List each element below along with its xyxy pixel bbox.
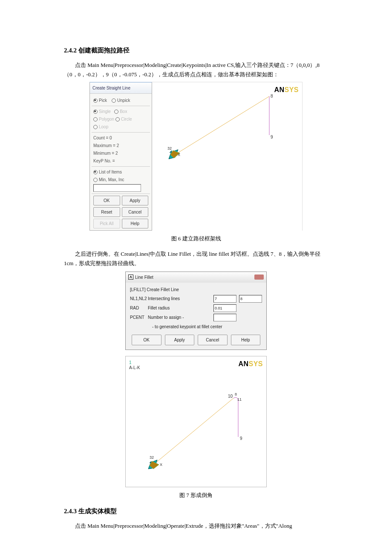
fillet-help-button[interactable]: Help bbox=[231, 335, 261, 345]
keyp-row: KeyP No. = bbox=[93, 157, 148, 165]
radio-pick[interactable] bbox=[93, 98, 98, 103]
kp-9: 9 bbox=[271, 133, 273, 141]
ansys-logo: ANSYS bbox=[238, 358, 263, 370]
heading-243: 2.4.3 生成实体模型 bbox=[64, 506, 328, 517]
graphics-canvas-6: ANSYS 8 9 32 X bbox=[152, 82, 303, 231]
fillet-apply-button[interactable]: Apply bbox=[165, 335, 195, 345]
pcent-label: PCENT bbox=[130, 314, 148, 321]
create-line-dialog: Create Straight Line Pick Unpick Single … bbox=[89, 82, 152, 231]
apply-button[interactable]: Apply bbox=[122, 196, 149, 205]
para-242-2: 之后进行倒角。在 Create|Lines|中点取 Line Fillet，出现… bbox=[64, 249, 328, 268]
radio-list-items[interactable] bbox=[93, 170, 98, 174]
kp-32: 32 bbox=[150, 454, 154, 461]
rad-text: Fillet radius bbox=[148, 304, 213, 312]
dialog-title: Create Straight Line bbox=[90, 83, 152, 94]
heading-242: 2.4.2 创建截面拖拉路径 bbox=[64, 45, 328, 56]
svg-line-0 bbox=[177, 96, 269, 153]
pick-row: Pick Unpick bbox=[93, 97, 148, 104]
ansys-logo: ANSYS bbox=[274, 84, 299, 95]
radio-minmax[interactable] bbox=[93, 178, 98, 182]
close-icon[interactable] bbox=[254, 275, 264, 280]
radio-polygon bbox=[93, 117, 98, 121]
fillet-titlebar: Λ Line Fillet bbox=[126, 272, 266, 283]
fillet-title: Line Fillet bbox=[135, 274, 153, 281]
kp-8: 8 bbox=[235, 391, 237, 398]
max-row: Maximum = 2 bbox=[93, 142, 148, 149]
help-button[interactable]: Help bbox=[122, 219, 149, 228]
app-icon: Λ bbox=[128, 275, 133, 280]
radio-unpick[interactable] bbox=[112, 98, 116, 103]
cancel-button[interactable]: Cancel bbox=[122, 207, 149, 217]
min-row: Minimum = 2 bbox=[93, 150, 148, 157]
rad-input[interactable]: 0.01 bbox=[213, 304, 236, 312]
pcent-note: - to generated keypoint at fillet center bbox=[152, 323, 262, 330]
radio-loop bbox=[93, 125, 98, 129]
nl2-input[interactable]: 8 bbox=[239, 295, 262, 303]
label-alk: A-L-K bbox=[129, 364, 140, 371]
ok-button[interactable]: OK bbox=[93, 196, 120, 205]
fillet-ok-button[interactable]: OK bbox=[132, 335, 161, 345]
fillet-header: [LFILLT] Create Fillet Line bbox=[130, 286, 262, 293]
axis-x: X bbox=[178, 152, 180, 158]
figure-6-caption: 图 6 建立路径框架线 bbox=[64, 234, 328, 243]
rad-label: RAD bbox=[130, 304, 148, 312]
figure-7: ANSYS 1 A-L-K 10 8 11 9 32 X bbox=[125, 356, 267, 487]
reset-button[interactable]: Reset bbox=[93, 207, 120, 217]
selection-input[interactable] bbox=[93, 184, 141, 192]
kp-9: 9 bbox=[240, 435, 242, 442]
pick-all-button: Pick All bbox=[93, 219, 120, 228]
count-row: Count = 0 bbox=[93, 134, 148, 142]
nl-text: Intersecting lines bbox=[148, 295, 213, 302]
para-242-1: 点击 Main Menu|Preprocessor|Modeling|Creat… bbox=[64, 61, 328, 79]
svg-line-4 bbox=[156, 398, 233, 463]
pcent-input[interactable] bbox=[213, 314, 236, 321]
pcent-text: Number to assign - bbox=[148, 314, 213, 321]
radio-circle bbox=[115, 117, 120, 121]
figure-7-caption: 图 7 形成倒角 bbox=[64, 491, 328, 500]
canvas-svg bbox=[152, 82, 302, 206]
radio-box bbox=[114, 110, 118, 114]
canvas-7-svg bbox=[126, 356, 266, 487]
para-243-1: 点击 Main Menu|Preprocessor|Modeling|Opera… bbox=[64, 521, 328, 531]
nl-label: NL1,NL2 bbox=[130, 295, 148, 302]
kp-8: 8 bbox=[271, 92, 273, 100]
kp-11: 11 bbox=[237, 396, 242, 403]
kp-10: 10 bbox=[228, 393, 233, 400]
kp-32: 32 bbox=[167, 145, 172, 152]
single-row: Single Box bbox=[93, 108, 148, 115]
line-fillet-dialog: Λ Line Fillet [LFILLT] Create Fillet Lin… bbox=[125, 272, 267, 350]
nl1-input[interactable]: 7 bbox=[213, 295, 236, 303]
fillet-cancel-button[interactable]: Cancel bbox=[198, 335, 228, 345]
axis-x: X bbox=[160, 462, 162, 468]
radio-single bbox=[93, 110, 98, 114]
figure-6: Create Straight Line Pick Unpick Single … bbox=[89, 82, 303, 231]
